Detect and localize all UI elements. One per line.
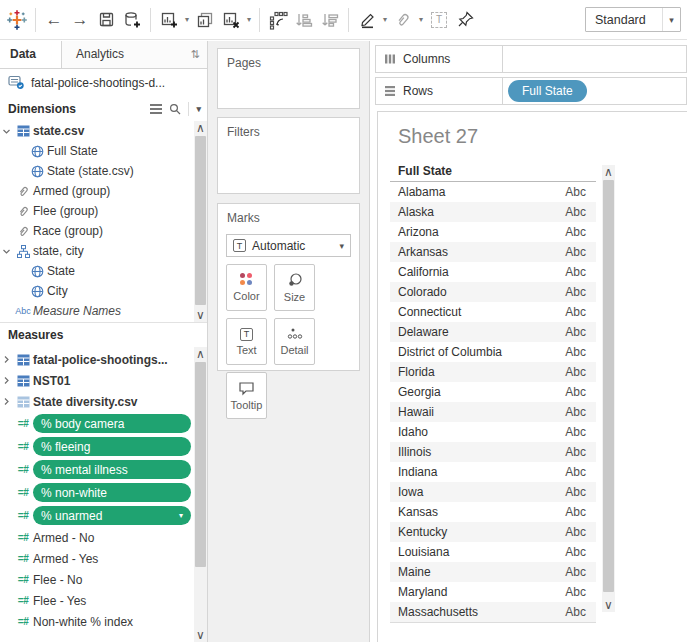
scroll-down-icon[interactable]: ∨ xyxy=(602,598,615,612)
marks-card[interactable]: Marks T Automatic ▾ Color Size xyxy=(217,203,360,371)
row-header-state[interactable]: Louisiana xyxy=(398,545,565,559)
cell-value[interactable]: Abc xyxy=(565,405,586,419)
measure-field-item[interactable]: NST01 xyxy=(0,370,193,391)
marks-size-button[interactable]: Size xyxy=(274,264,315,311)
pane-sort-icon[interactable]: ⇅ xyxy=(183,41,207,68)
expander-down-icon[interactable] xyxy=(0,247,13,256)
table-row[interactable]: ConnecticutAbc xyxy=(390,302,596,322)
fit-layout-select[interactable]: Standard ▾ xyxy=(585,7,681,32)
measure-field-item[interactable]: =#% mental illness xyxy=(0,458,193,481)
new-data-source-button[interactable] xyxy=(119,6,145,34)
tab-data[interactable]: Data xyxy=(0,41,62,68)
clear-sheet-caret[interactable]: ▾ xyxy=(244,6,254,34)
row-header-state[interactable]: Kentucky xyxy=(398,525,565,539)
row-header-state[interactable]: Colorado xyxy=(398,285,565,299)
dimension-field-item[interactable]: state.csv xyxy=(0,121,193,141)
filters-shelf[interactable]: Filters xyxy=(217,117,360,194)
measure-field-item[interactable]: =#% unarmed▾ xyxy=(0,504,193,527)
cell-value[interactable]: Abc xyxy=(565,605,586,619)
row-header-state[interactable]: Idaho xyxy=(398,425,565,439)
row-header-state[interactable]: Delaware xyxy=(398,325,565,339)
expander-down-icon[interactable] xyxy=(0,127,13,136)
highlight-button[interactable] xyxy=(354,6,380,34)
cell-value[interactable]: Abc xyxy=(565,185,586,199)
measure-field-item[interactable]: =#Flee - No xyxy=(0,569,193,590)
cell-value[interactable]: Abc xyxy=(565,565,586,579)
row-header-state[interactable]: Indiana xyxy=(398,465,565,479)
measure-field-item[interactable]: =#Armed - No xyxy=(0,527,193,548)
measure-field-item[interactable]: State diversity.csv xyxy=(0,391,193,412)
row-header-state[interactable]: Maine xyxy=(398,565,565,579)
table-row[interactable]: IndianaAbc xyxy=(390,462,596,482)
marks-text-button[interactable]: T Text xyxy=(226,318,267,365)
measure-pill[interactable]: % body camera xyxy=(33,414,191,433)
cell-value[interactable]: Abc xyxy=(565,305,586,319)
mark-type-select[interactable]: T Automatic ▾ xyxy=(226,234,351,257)
sort-ascending-button[interactable] xyxy=(291,6,317,34)
row-header-state[interactable]: Hawaii xyxy=(398,405,565,419)
datasource-item[interactable]: fatal-police-shootings-d... xyxy=(0,69,207,96)
cell-value[interactable]: Abc xyxy=(565,485,586,499)
dimension-field-item[interactable]: Race (group) xyxy=(0,221,193,241)
measure-field-item[interactable]: fatal-police-shootings... xyxy=(0,349,193,370)
measure-field-item[interactable]: =#Flee - Yes xyxy=(0,590,193,611)
row-header-state[interactable]: Georgia xyxy=(398,385,565,399)
dimension-field-item[interactable]: state, city xyxy=(0,241,193,261)
measure-field-item[interactable]: =#% body camera xyxy=(0,412,193,435)
measure-pill[interactable]: % unarmed▾ xyxy=(33,506,191,525)
scroll-thumb[interactable] xyxy=(195,136,206,305)
row-header-state[interactable]: Arkansas xyxy=(398,245,565,259)
table-row[interactable]: FloridaAbc xyxy=(390,362,596,382)
measure-pill[interactable]: % non-white xyxy=(33,483,191,502)
view-list-icon[interactable] xyxy=(150,104,162,114)
scroll-thumb[interactable] xyxy=(603,180,614,592)
row-header-state[interactable]: Kansas xyxy=(398,505,565,519)
row-header-state[interactable]: California xyxy=(398,265,565,279)
measure-pill[interactable]: % fleeing xyxy=(33,437,191,456)
cell-value[interactable]: Abc xyxy=(565,285,586,299)
table-row[interactable]: LouisianaAbc xyxy=(390,542,596,562)
scroll-up-icon[interactable]: ∧ xyxy=(194,347,207,361)
sort-descending-button[interactable] xyxy=(317,6,343,34)
cell-value[interactable]: Abc xyxy=(565,205,586,219)
table-row[interactable]: AlabamaAbc xyxy=(390,182,596,202)
table-row[interactable]: HawaiiAbc xyxy=(390,402,596,422)
sheet-scrollbar[interactable]: ∧ ∨ xyxy=(602,165,615,612)
dimension-field-item[interactable]: City xyxy=(0,281,193,301)
dimension-field-item[interactable]: Full State xyxy=(0,141,193,161)
table-row[interactable]: IowaAbc xyxy=(390,482,596,502)
row-header-state[interactable]: Illinois xyxy=(398,445,565,459)
table-row[interactable]: AlaskaAbc xyxy=(390,202,596,222)
pill-caret-icon[interactable]: ▾ xyxy=(179,511,183,520)
scroll-up-icon[interactable]: ∧ xyxy=(194,121,207,135)
cell-value[interactable]: Abc xyxy=(565,385,586,399)
expander-right-icon[interactable] xyxy=(0,355,13,364)
cell-value[interactable]: Abc xyxy=(565,365,586,379)
cell-value[interactable]: Abc xyxy=(565,505,586,519)
fix-axes-pin-button[interactable] xyxy=(452,6,478,34)
cell-value[interactable]: Abc xyxy=(565,325,586,339)
tab-analytics[interactable]: Analytics xyxy=(62,41,183,68)
table-row[interactable]: CaliforniaAbc xyxy=(390,262,596,282)
dimension-field-item[interactable]: Armed (group) xyxy=(0,181,193,201)
measures-scrollbar[interactable]: ∧ ∨ xyxy=(194,347,207,642)
show-mark-labels-button[interactable]: T xyxy=(426,6,452,34)
clear-sheet-button[interactable] xyxy=(218,6,244,34)
save-button[interactable] xyxy=(93,6,119,34)
cell-value[interactable]: Abc xyxy=(565,245,586,259)
table-row[interactable]: IllinoisAbc xyxy=(390,442,596,462)
row-header-state[interactable]: Massachusetts xyxy=(398,605,565,619)
attach-button[interactable] xyxy=(390,6,416,34)
expander-right-icon[interactable] xyxy=(0,376,13,385)
scroll-down-icon[interactable]: ∨ xyxy=(194,308,207,322)
row-header-state[interactable]: Alabama xyxy=(398,185,565,199)
row-header-state[interactable]: District of Columbia xyxy=(398,345,565,359)
row-header-state[interactable]: Connecticut xyxy=(398,305,565,319)
cell-value[interactable]: Abc xyxy=(565,545,586,559)
dimension-field-item[interactable]: Flee (group) xyxy=(0,201,193,221)
search-icon[interactable] xyxy=(169,103,181,115)
dimensions-menu-caret[interactable]: ▾ xyxy=(196,104,201,114)
cell-value[interactable]: Abc xyxy=(565,425,586,439)
highlight-caret[interactable]: ▾ xyxy=(380,6,390,34)
scroll-down-icon[interactable]: ∨ xyxy=(194,628,207,642)
